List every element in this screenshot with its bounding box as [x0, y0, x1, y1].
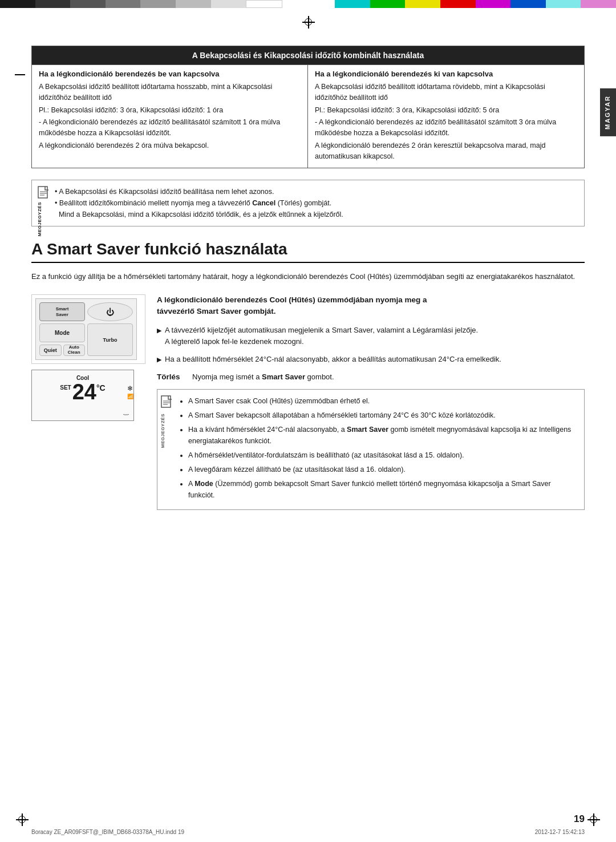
- set-label: SET: [60, 384, 71, 391]
- smart-saver-title-section: A Smart Saver funkció használata: [31, 240, 585, 263]
- remote-control-image: SmartSaver ⏻ Mode Turbo Quiet AutoClean: [31, 294, 145, 364]
- power-button[interactable]: ⏻: [87, 302, 133, 321]
- toerles-row: Törlés Nyomja meg ismét a Smart Saver go…: [157, 373, 585, 381]
- bullet-arrow-1: ▶: [157, 326, 161, 336]
- note-label-smart-saver: MEGJEGYZÉS: [160, 414, 167, 448]
- page-content: A Bekapcsolási és Kikapcsolási időzítő k…: [31, 29, 585, 819]
- page-number: 19: [574, 813, 585, 825]
- remote-images: SmartSaver ⏻ Mode Turbo Quiet AutoClean …: [31, 294, 145, 510]
- timer-table-header: A Bekapcsolási és Kikapcsolási időzítő k…: [32, 46, 584, 64]
- timer-table-columns: Ha a légkondicionáló berendezés be van k…: [32, 64, 584, 168]
- smart-saver-title: A Smart Saver funkció használata: [31, 240, 585, 263]
- bullet-item-1: ▶ A távvezérlő kijelzőjét automatikusan …: [157, 325, 585, 349]
- remote-display-panel: Cool SET 24 °C ❄ 📶 〰: [31, 370, 134, 421]
- smart-saver-button[interactable]: SmartSaver: [39, 302, 85, 321]
- smart-saver-notes-list: A Smart Saver csak Cool (Hűtés) üzemmódb…: [188, 395, 576, 501]
- note-item-6: A Mode (Üzemmód) gomb bekapcsolt Smart S…: [188, 478, 576, 501]
- crosshair-bottom-left: [16, 813, 29, 826]
- svg-rect-4: [161, 396, 171, 407]
- bullet-item-2: ▶ Ha a beállított hőmérséklet 24°C-nál a…: [157, 354, 585, 366]
- auto-clean-button[interactable]: AutoClean: [63, 345, 86, 356]
- crosshair-top: [302, 16, 315, 29]
- timer-combination-table: A Bekapcsolási és Kikapcsolási időzítő k…: [31, 46, 585, 168]
- timer-col-off: Ha a légkondicionáló berendezés ki van k…: [308, 64, 584, 168]
- crosshair-bottom-right: [587, 813, 600, 826]
- turbo-button[interactable]: Turbo: [87, 323, 133, 356]
- temp-unit: °C: [96, 383, 106, 392]
- temperature-display: 24: [72, 381, 96, 403]
- note-box-timer: MEGJEGYZÉS • A Bekapcsolási és Kikapcsol…: [31, 180, 585, 226]
- smart-saver-intro: Ez a funkció úgy állítja be a hőmérsékle…: [31, 271, 585, 283]
- quiet-button[interactable]: Quiet: [39, 345, 62, 356]
- display-icons: ❄ 📶: [127, 384, 133, 399]
- note-item-2: A Smart Saver bekapcsolt állapotában a h…: [188, 410, 576, 421]
- footer-right: 2012-12-7 15:42:13: [535, 829, 585, 835]
- note-item-4: A hőmérséklet/ventilátor-fordulatszám is…: [188, 450, 576, 461]
- language-tab: MAGYAR: [600, 88, 616, 136]
- toerles-label: Törlés: [157, 373, 185, 381]
- smart-saver-instructions: A légkondicionáló berendezés Cool (Hűtés…: [157, 294, 585, 510]
- bullet-arrow-2: ▶: [157, 355, 161, 365]
- note-icon-smart-saver: [161, 395, 173, 414]
- note-label: MEGJEGYZÉS: [37, 202, 44, 236]
- footer-left: Boracay ZE_AR09FSFT@_IBIM_DB68-03378A_HU…: [31, 829, 184, 835]
- note-item-1: A Smart Saver csak Cool (Hűtés) üzemmódb…: [188, 395, 576, 407]
- mode-button[interactable]: Mode: [39, 323, 85, 342]
- airflow-icon: 〰: [123, 412, 129, 418]
- svg-rect-0: [38, 187, 47, 198]
- note-box-smart-saver: MEGJEGYZÉS A Smart Saver csak Cool (Hűté…: [157, 389, 585, 510]
- note-item-5: A levegőáram kézzel állítható be (az uta…: [188, 464, 576, 475]
- note-item-3: Ha a kívánt hőmérséklet 24°C-nál alacson…: [188, 424, 576, 447]
- margin-mark: [15, 74, 25, 75]
- smart-saver-content: SmartSaver ⏻ Mode Turbo Quiet AutoClean …: [31, 294, 585, 510]
- timer-col-on: Ha a légkondicionáló berendezés be van k…: [32, 64, 308, 168]
- instruction-header: A légkondicionáló berendezés Cool (Hűtés…: [157, 294, 585, 318]
- color-bar: [0, 0, 616, 8]
